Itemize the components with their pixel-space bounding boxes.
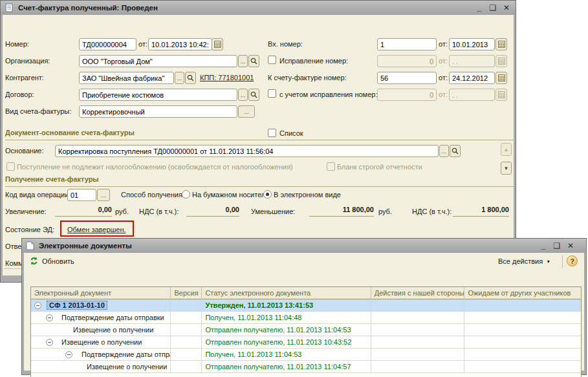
counterparty-field[interactable] [79,72,174,84]
table-row[interactable]: Подтверждение даты отправки Получен, 11.… [31,312,581,324]
ed-state-label: Состояние ЭД: [5,226,54,233]
status-cell: Отправлен получателю, 11.01.2013 11:04:5… [202,324,371,336]
refresh-button[interactable]: Обновить [29,256,74,266]
doc-cell: Извещение о получении [87,361,167,372]
increase-value: 0,00 [55,206,112,217]
table-row[interactable]: СФ 1 2013-01-10 Утвержден, 11.01.2013 13… [31,299,581,312]
collapse-icon[interactable] [46,314,53,321]
invoice-kind-select-button[interactable]: ... [238,105,255,118]
contract-field[interactable] [79,89,237,101]
correction-number-checkbox[interactable] [268,56,276,64]
electronic-radio-label: В электронном виде [274,191,341,199]
minimize-button[interactable]: _ [539,241,547,250]
maximize-button[interactable]: ❑ [489,3,497,12]
version-cell [171,349,202,361]
our-actions-cell [371,312,465,324]
scroll-up-button[interactable]: ▲ [501,143,512,156]
doc-cell: Извещение о получении [61,336,142,348]
calendar-button [495,55,507,67]
table-row[interactable]: Извещение о получении Отправлен получате… [31,336,581,349]
close-button[interactable]: ✕ [567,241,574,250]
invoice-window-titlebar[interactable]: Счет-фактура полученный: Проведен _ ❑ ✕ [1,1,516,15]
awaiting-cell [464,336,581,349]
col-header-status[interactable]: Статус электронного документа [202,287,371,299]
our-actions-cell [371,361,465,373]
col-header-awaiting[interactable]: Ожидаем от других участников [464,287,581,299]
window-title: Электронные документы [39,242,132,250]
contract-select-button[interactable]: ... [238,89,248,101]
help-icon: ? [567,255,578,266]
strict-form-label: Бланк строгой отчетности [337,163,422,171]
ed-table-header[interactable]: Электронный документ Версия Статус элект… [31,287,581,299]
op-code-field[interactable] [67,189,96,201]
maximize-button[interactable]: ❑ [553,241,561,250]
org-select-button[interactable]: ... [238,55,248,67]
org-field[interactable] [79,55,237,67]
status-cell: Получен, 11.01.2013 11:04:53 [202,349,371,361]
version-cell [171,299,202,312]
to-invoice-number-field[interactable] [377,72,437,84]
method-label: Способ получения: [121,191,184,199]
with-correction-number-field [377,89,437,101]
doc-cell: Извещение о получении [73,324,153,336]
status-cell: Утвержден, 11.01.2013 13:41:53 [202,299,371,312]
table-row[interactable]: Подтверждение даты отправки Получен, 11.… [31,349,581,361]
col-header-version[interactable]: Версия [171,287,202,299]
counterparty-label: Контрагент: [5,74,44,81]
with-correction-checkbox[interactable] [268,89,276,98]
in-number-field[interactable] [377,38,437,50]
kpp-link[interactable]: КПП: 771801001 [200,74,254,81]
doc-cell: Подтверждение даты отправки [61,312,164,323]
ot-label: от: [439,40,448,48]
col-header-our-actions[interactable]: Действия с нашей стороны [371,287,465,299]
no-tax-checkbox [6,162,15,171]
in-date-field[interactable] [449,38,495,50]
basis-label: Основание: [5,147,43,155]
org-magnifier-button[interactable] [248,55,259,67]
status-cell: Отправлен получателю, 11.01.2013 10:43:5… [202,336,371,349]
close-button[interactable]: ✕ [503,3,510,12]
all-actions-button[interactable]: Все действия ▼ [498,257,550,265]
help-button[interactable]: ? [567,255,578,266]
refresh-icon [29,256,39,266]
calendar-button[interactable] [495,72,507,84]
awaiting-cell [464,312,581,324]
minimize-button[interactable]: _ [475,3,483,12]
collapse-icon[interactable] [65,351,72,358]
calendar-button[interactable] [212,38,223,50]
version-cell [171,312,202,324]
with-correction-label: с учетом исправления номер: [279,91,377,98]
basis-field[interactable] [55,145,439,157]
status-cell: Отправлен получателю, 11.01.2013 11:04:5… [202,361,371,373]
number-date-field[interactable] [148,38,212,50]
invoice-kind-label: Вид счета-фактуры: [5,107,71,115]
version-cell [171,361,202,373]
paper-radio[interactable] [182,190,190,199]
table-row[interactable]: Извещение о получении Отправлен получате… [31,361,581,373]
electronic-radio[interactable] [263,190,272,199]
number-field[interactable] [79,38,136,50]
awaiting-cell [464,299,581,312]
no-tax-label: Поступление не подлежит налогообложению … [17,163,293,171]
list-checkbox[interactable] [268,129,276,137]
vat-decrease-value: 1 800,00 [453,206,509,217]
counterparty-select-button[interactable]: ... [175,72,184,84]
op-code-select-button[interactable]: ... [97,189,110,201]
ot-label: от: [439,74,448,81]
scroll-down-button[interactable]: ▼ [501,162,512,175]
calendar-button[interactable] [495,38,507,50]
basis-select-button[interactable]: ... [439,145,449,157]
counterparty-magnifier-button[interactable] [185,72,196,84]
increase-label: Увеличение: [5,208,47,215]
receipt-section-title: Получение счета-фактуры [5,175,99,183]
to-invoice-date-field[interactable] [449,72,495,84]
ed-window-titlebar[interactable]: Электронные документы _ ❑ ✕ [22,239,586,253]
collapse-icon[interactable] [46,339,53,346]
invoice-kind-field[interactable] [79,105,237,118]
table-row[interactable]: Извещение о получении Отправлен получате… [31,324,581,336]
basis-magnifier-button[interactable] [450,145,461,157]
with-correction-date-field [449,89,495,101]
collapse-icon[interactable] [34,302,41,309]
col-header-document[interactable]: Электронный документ [31,287,171,299]
contract-magnifier-button[interactable] [248,89,259,101]
